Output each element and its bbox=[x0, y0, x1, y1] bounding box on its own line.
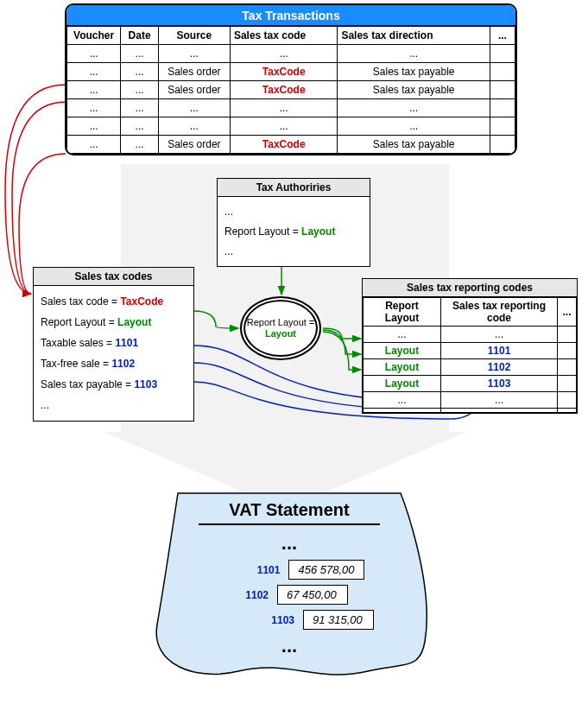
auth-line: ... bbox=[224, 202, 363, 222]
tax-authorities-title: Tax Authoriries bbox=[218, 179, 370, 197]
col-direction: Sales tax direction bbox=[338, 27, 490, 45]
reporting-codes-title: Sales tax reporting codes bbox=[363, 279, 577, 297]
col-more: ... bbox=[558, 298, 577, 327]
vat-rule bbox=[199, 523, 380, 525]
codes-line: Sales tax code = TaxCode bbox=[41, 291, 187, 312]
tax-transactions-title: Tax Transactions bbox=[66, 5, 515, 26]
table-row: Layout1103 bbox=[364, 376, 577, 392]
table-header-row: Report Layout Sales tax reporting code .… bbox=[364, 298, 577, 327]
layout-join-oval: Report Layout = Layout bbox=[240, 296, 321, 360]
auth-line: Report Layout = Layout bbox=[224, 222, 363, 242]
vat-code: 1101 bbox=[245, 564, 280, 576]
table-row: ......Sales orderTaxCodeSales tax payabl… bbox=[67, 63, 515, 81]
col-taxcode: Sales tax code bbox=[230, 27, 338, 45]
table-row: ......Sales orderTaxCodeSales tax payabl… bbox=[67, 136, 515, 154]
table-row: Layout1102 bbox=[364, 359, 577, 376]
auth-line: ... bbox=[224, 242, 363, 262]
oval-value: Layout bbox=[265, 328, 296, 339]
tax-authorities-box: Tax Authoriries ... Report Layout = Layo… bbox=[217, 178, 370, 267]
col-more: ... bbox=[490, 27, 515, 45]
table-row: ............... bbox=[67, 45, 515, 63]
table-row: ...... bbox=[364, 327, 577, 343]
table-row: ...... bbox=[364, 392, 577, 409]
codes-line: Report Layout = Layout bbox=[41, 312, 187, 333]
codes-line: Sales tax payable = 1103 bbox=[41, 374, 187, 395]
table-row: ......Sales orderTaxCodeSales tax payabl… bbox=[67, 81, 515, 99]
vat-value: 456 578,00 bbox=[288, 560, 364, 580]
vat-row: 1103 91 315,00 bbox=[171, 610, 463, 630]
vat-code: 1103 bbox=[260, 614, 294, 626]
codes-line: Tax-free sale = 1102 bbox=[41, 353, 187, 374]
sales-tax-codes-box: Sales tax codes Sales tax code = TaxCode… bbox=[33, 267, 194, 422]
table-row bbox=[364, 409, 577, 413]
tax-transactions-table: Tax Transactions Voucher Date Source Sal… bbox=[65, 3, 517, 155]
col-date: Date bbox=[121, 27, 159, 45]
vat-dots: ... bbox=[143, 532, 435, 555]
col-code: Sales tax reporting code bbox=[441, 298, 558, 327]
vat-value: 91 315,00 bbox=[303, 610, 374, 630]
vat-title: VAT Statement bbox=[143, 500, 435, 520]
vat-statement: VAT Statement ... 1101 456 578,00 1102 6… bbox=[143, 486, 435, 690]
col-source: Source bbox=[158, 27, 230, 45]
vat-row: 1101 456 578,00 bbox=[159, 560, 451, 580]
table-row: ............... bbox=[67, 117, 515, 136]
vat-code: 1102 bbox=[234, 589, 269, 601]
col-layout: Report Layout bbox=[364, 298, 441, 327]
vat-row: 1102 67 450,00 bbox=[145, 585, 437, 605]
sales-tax-codes-title: Sales tax codes bbox=[34, 268, 193, 286]
vat-value: 67 450,00 bbox=[277, 585, 348, 605]
table-row: ............... bbox=[67, 99, 515, 117]
vat-dots: ... bbox=[143, 635, 435, 657]
col-voucher: Voucher bbox=[67, 27, 121, 45]
table-row: Layout1101 bbox=[364, 343, 577, 359]
oval-label: Report Layout = bbox=[247, 317, 315, 328]
codes-line: ... bbox=[41, 395, 187, 415]
sales-tax-reporting-codes-table: Sales tax reporting codes Report Layout … bbox=[362, 278, 578, 414]
table-header-row: Voucher Date Source Sales tax code Sales… bbox=[67, 27, 515, 45]
codes-line: Taxable sales = 1101 bbox=[41, 333, 187, 353]
